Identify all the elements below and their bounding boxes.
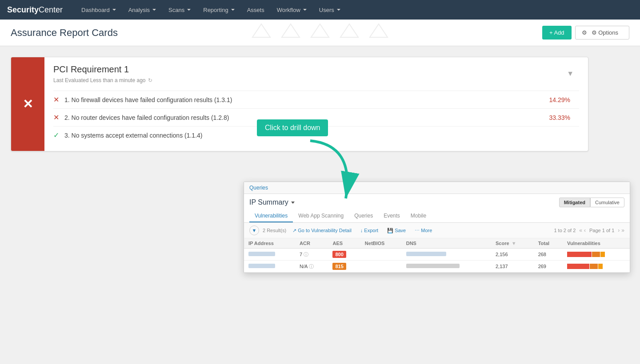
cell-ip-1 (244, 249, 295, 261)
prev-first-button[interactable]: « (579, 227, 582, 233)
toggle-cumulative[interactable]: Cumulative (590, 198, 624, 207)
nav-item-assets[interactable]: Assets (242, 4, 270, 16)
cell-dns-1 (402, 249, 491, 261)
drilldown-breadcrumb-bar: Queries (244, 182, 630, 194)
more-button[interactable]: ⋯ More (412, 227, 435, 234)
arc-item-2[interactable]: ✕ 2. No router devices have failed confi… (53, 108, 579, 126)
tab-queries[interactable]: Queries (349, 210, 378, 222)
col-vulnerabilities: Vulnerabilities (563, 238, 630, 249)
seg-high-2 (590, 264, 598, 269)
prev-button[interactable]: ‹ (584, 227, 586, 233)
arc-item-text-3: 3. No systems accept external connection… (64, 132, 570, 139)
nav-item-reporting[interactable]: Reporting (198, 4, 240, 16)
breadcrumb-queries-link[interactable]: Queries (249, 185, 268, 191)
ip-placeholder-2 (248, 264, 275, 268)
col-netbios: NetBIOS (360, 238, 402, 249)
header-shape-3 (309, 22, 331, 44)
table-header: IP Address ACR AES NetBIOS DNS (244, 238, 630, 249)
cell-dns-2 (402, 261, 491, 273)
refresh-icon[interactable]: ↻ (148, 77, 152, 83)
next-button[interactable]: › (618, 227, 620, 233)
svg-marker-0 (252, 24, 270, 37)
arc-card: ✕ PCI Requirement 1 Last Evaluated Less … (11, 57, 588, 151)
arc-subtitle: Last Evaluated Less than a minute ago ↻ (53, 77, 579, 83)
header-shape-1 (250, 22, 272, 44)
nav-item-scans[interactable]: Scans (163, 4, 196, 16)
cell-aes-2: 815 (328, 261, 360, 273)
svg-marker-3 (340, 24, 358, 37)
page-title: Assurance Report Cards (11, 27, 118, 39)
pagination-nav: « ‹ (579, 227, 586, 233)
dns-placeholder-2 (406, 264, 460, 268)
info-icon[interactable]: ⓘ (304, 252, 308, 257)
results-count: 2 Result(s) (263, 228, 286, 233)
fail-icon: ✕ (23, 97, 33, 111)
seg-critical-1 (567, 252, 592, 257)
toolbar-right: 1 to 2 of 2 « ‹ Page 1 of 1 › » (554, 227, 624, 233)
col-score: Score ▼ (491, 238, 534, 249)
page-header: Assurance Report Cards + Add ⚙ ⚙ Options (0, 20, 640, 46)
drilldown-tabs: Vulnerabilities Web App Scanning Queries… (244, 210, 630, 223)
svg-marker-2 (311, 24, 329, 37)
goto-vuln-detail-button[interactable]: ↗ Go to Vulnerability Detail (290, 227, 354, 234)
drilldown-toolbar: ▼ 2 Result(s) ↗ Go to Vulnerability Deta… (244, 223, 630, 238)
caret-icon (112, 9, 116, 11)
nav-menu: Dashboard Analysis Scans Reporting Asset… (76, 4, 346, 16)
sort-icon: ▼ (512, 241, 516, 246)
tab-web-app-scanning[interactable]: Web App Scanning (293, 210, 349, 222)
cell-netbios-2 (360, 261, 402, 273)
table-body: 7 ⓘ 800 2,156 268 (244, 249, 630, 273)
arc-item-pct-2: 33.33% (549, 114, 579, 121)
seg-medium-1 (600, 252, 605, 257)
arc-item-text-2: 2. No router devices have failed configu… (64, 114, 549, 121)
caret-icon (303, 9, 307, 11)
caret-icon (337, 9, 340, 11)
cell-total-2: 269 (534, 261, 563, 273)
cell-score-1: 2,156 (491, 249, 534, 261)
header-shape-5 (368, 22, 390, 44)
options-button[interactable]: ⚙ ⚙ Options (575, 26, 629, 40)
filter-icon[interactable]: ▼ (249, 226, 259, 235)
gear-icon: ⚙ (582, 29, 587, 36)
tab-mobile[interactable]: Mobile (405, 210, 432, 222)
add-button[interactable]: + Add (542, 26, 572, 40)
tab-events[interactable]: Events (378, 210, 405, 222)
nav-item-users[interactable]: Users (314, 4, 346, 16)
cell-vuln-1 (563, 249, 630, 261)
fail-icon-1: ✕ (53, 95, 59, 104)
toggle-mitigated[interactable]: Mitigated (559, 198, 590, 207)
arc-item-1[interactable]: ✕ 1. No firewall devices have failed con… (53, 91, 579, 108)
seg-medium-2 (598, 264, 603, 269)
arc-item-pct-1: 14.29% (549, 96, 579, 103)
col-acr: ACR (295, 238, 328, 249)
col-aes: AES (328, 238, 360, 249)
save-icon: 💾 (387, 228, 393, 233)
cell-total-1: 268 (534, 249, 563, 261)
cell-acr-2: N/A ⓘ (295, 261, 328, 273)
pass-icon-3: ✓ (53, 131, 59, 139)
collapse-icon[interactable]: ▼ (567, 70, 574, 78)
arc-item-3[interactable]: ✓ 3. No systems accept external connecti… (53, 126, 579, 144)
cell-netbios-1 (360, 249, 402, 261)
drilldown-table: IP Address ACR AES NetBIOS DNS (244, 238, 630, 273)
seg-critical-2 (567, 264, 589, 269)
export-button[interactable]: ↓ Export (358, 227, 381, 234)
caret-icon (187, 9, 191, 11)
title-dropdown-icon[interactable] (291, 202, 295, 204)
navbar: SecurityCenter Dashboard Analysis Scans … (0, 0, 640, 20)
nav-item-analysis[interactable]: Analysis (123, 4, 161, 16)
table-row: N/A ⓘ 815 2,137 269 (244, 261, 630, 273)
col-ip-address: IP Address (244, 238, 295, 249)
pagination-info: 1 to 2 of 2 (554, 228, 576, 233)
info-icon-2[interactable]: ⓘ (309, 264, 314, 269)
header-shape-4 (338, 22, 360, 44)
nav-item-dashboard[interactable]: Dashboard (76, 4, 121, 16)
next-last-button[interactable]: » (621, 227, 624, 233)
caret-icon (231, 9, 235, 11)
save-button[interactable]: 💾 Save (384, 227, 408, 234)
tab-vulnerabilities[interactable]: Vulnerabilities (249, 210, 293, 222)
drilldown-title-row: IP Summary Mitigated Cumulative (244, 194, 630, 207)
arc-title: PCI Requirement 1 (53, 64, 579, 75)
breadcrumb: Queries (249, 185, 268, 191)
nav-item-workflow[interactable]: Workflow (272, 4, 312, 16)
